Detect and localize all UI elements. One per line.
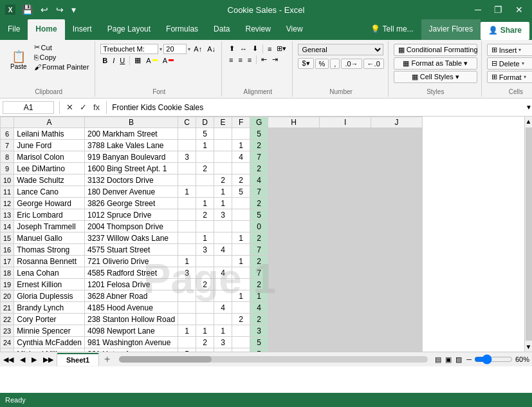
cell-16-E[interactable]: 4: [214, 244, 232, 256]
cell-empty[interactable]: [320, 198, 371, 209]
cell-24-C[interactable]: [178, 337, 196, 348]
cell-17-A[interactable]: Rosanna Bennett: [14, 256, 85, 267]
cell-empty[interactable]: [268, 140, 320, 151]
cell-styles-button[interactable]: ▦ Cell Styles ▾: [394, 71, 477, 83]
cut-button[interactable]: ✂ Cut: [32, 43, 91, 52]
cell-17-E[interactable]: [214, 256, 232, 267]
cell-14-G[interactable]: 0: [250, 221, 268, 232]
cell-18-E[interactable]: 4: [214, 267, 232, 279]
cell-empty[interactable]: [268, 337, 320, 348]
percent-button[interactable]: %: [315, 59, 329, 69]
cell-empty[interactable]: [268, 198, 320, 209]
cell-11-A[interactable]: Lance Cano: [14, 186, 85, 198]
cell-21-E[interactable]: 4: [214, 302, 232, 314]
cell-empty[interactable]: [268, 175, 320, 186]
page-break-view-button[interactable]: ▨: [454, 355, 464, 364]
font-name-input[interactable]: [100, 44, 158, 54]
normal-view-button[interactable]: ▤: [433, 355, 443, 364]
cell-25-G[interactable]: 5: [250, 348, 268, 352]
formula-expand-button[interactable]: ▼: [526, 104, 532, 111]
cell-7-C[interactable]: [178, 140, 196, 151]
cell-9-A[interactable]: Lee DiMartino: [14, 163, 85, 175]
name-box[interactable]: [3, 101, 54, 114]
cell-empty[interactable]: [320, 348, 371, 352]
cell-20-F[interactable]: 1: [232, 290, 250, 302]
cell-empty[interactable]: [268, 267, 320, 279]
cell-empty[interactable]: [268, 232, 320, 244]
cell-13-E[interactable]: 3: [214, 209, 232, 221]
cell-18-A[interactable]: Lena Cohan: [14, 267, 85, 279]
cell-9-E[interactable]: [214, 163, 232, 175]
cell-empty[interactable]: [320, 290, 371, 302]
cell-6-F[interactable]: [232, 128, 250, 140]
cell-6-A[interactable]: Leilani Mathis: [14, 128, 85, 140]
cell-8-A[interactable]: Marisol Colon: [14, 151, 85, 163]
cell-20-D[interactable]: [196, 290, 214, 302]
cell-8-B[interactable]: 919 Banyan Boulevard: [84, 151, 178, 163]
align-center-button[interactable]: ≡: [236, 55, 244, 64]
cell-empty[interactable]: [371, 244, 423, 256]
col-header-d[interactable]: D: [196, 117, 214, 128]
align-right-button[interactable]: ≡: [246, 55, 253, 64]
col-header-g[interactable]: G: [250, 117, 268, 128]
cell-18-D[interactable]: [196, 267, 214, 279]
grid-scroll-area[interactable]: Page 1 A B C D E F G H I J: [0, 117, 524, 352]
insert-function-button[interactable]: fx: [91, 102, 102, 113]
cell-empty[interactable]: [320, 325, 371, 337]
col-header-h[interactable]: H: [268, 117, 320, 128]
cell-12-D[interactable]: 1: [196, 198, 214, 209]
cell-13-F[interactable]: [232, 209, 250, 221]
cell-8-E[interactable]: [214, 151, 232, 163]
decrease-decimal-button[interactable]: .0→: [341, 59, 362, 69]
cell-22-E[interactable]: [214, 314, 232, 325]
cell-empty[interactable]: [268, 314, 320, 325]
cell-17-F[interactable]: 1: [232, 256, 250, 267]
cell-7-A[interactable]: June Ford: [14, 140, 85, 151]
redo-button[interactable]: ↪: [53, 3, 66, 16]
indent-decrease-button[interactable]: ⇤: [259, 55, 269, 64]
number-format-select[interactable]: General: [298, 44, 383, 55]
col-header-b[interactable]: B: [84, 117, 178, 128]
add-sheet-button[interactable]: +: [100, 354, 114, 365]
cell-19-E[interactable]: [214, 279, 232, 290]
undo-button[interactable]: ↩: [38, 3, 51, 16]
cell-empty[interactable]: [320, 128, 371, 140]
cell-19-F[interactable]: [232, 279, 250, 290]
cell-22-B[interactable]: 238 Stanton Hollow Road: [84, 314, 178, 325]
cell-11-D[interactable]: [196, 186, 214, 198]
cell-empty[interactable]: [320, 140, 371, 151]
cell-11-E[interactable]: 1: [214, 186, 232, 198]
cell-19-G[interactable]: 2: [250, 279, 268, 290]
cell-12-B[interactable]: 3826 George Street: [84, 198, 178, 209]
copy-button[interactable]: ⎘ Copy: [32, 53, 91, 62]
cell-6-B[interactable]: 200 Markham Street: [84, 128, 178, 140]
col-header-c[interactable]: C: [178, 117, 196, 128]
vertical-scrollbar[interactable]: ▲ ▼: [524, 117, 532, 352]
cell-15-G[interactable]: 2: [250, 232, 268, 244]
cell-18-G[interactable]: 7: [250, 267, 268, 279]
cell-15-B[interactable]: 3237 Willow Oaks Lane: [84, 232, 178, 244]
close-button[interactable]: ✕: [511, 3, 527, 16]
cell-empty[interactable]: [320, 267, 371, 279]
cell-12-E[interactable]: 1: [214, 198, 232, 209]
cell-20-C[interactable]: [178, 290, 196, 302]
cell-14-B[interactable]: 2004 Thompson Drive: [84, 221, 178, 232]
share-button[interactable]: 👤 Share: [481, 22, 529, 40]
cell-20-A[interactable]: Gloria Duplessis: [14, 290, 85, 302]
cell-8-D[interactable]: [196, 151, 214, 163]
cell-11-F[interactable]: 5: [232, 186, 250, 198]
cell-7-F[interactable]: 1: [232, 140, 250, 151]
cell-12-F[interactable]: [232, 198, 250, 209]
cell-empty[interactable]: [320, 163, 371, 175]
merge-center-button[interactable]: ⊞▾: [275, 44, 288, 53]
cell-9-C[interactable]: [178, 163, 196, 175]
cell-15-C[interactable]: [178, 232, 196, 244]
cell-empty[interactable]: [371, 290, 423, 302]
cell-13-A[interactable]: Eric Lombard: [14, 209, 85, 221]
tell-me-button[interactable]: 💡 Tell me...: [363, 19, 421, 40]
underline-button[interactable]: U: [118, 56, 127, 65]
cell-24-D[interactable]: 2: [196, 337, 214, 348]
tab-view[interactable]: View: [279, 19, 311, 40]
cell-empty[interactable]: [320, 209, 371, 221]
cell-17-B[interactable]: 721 Oliverio Drive: [84, 256, 178, 267]
